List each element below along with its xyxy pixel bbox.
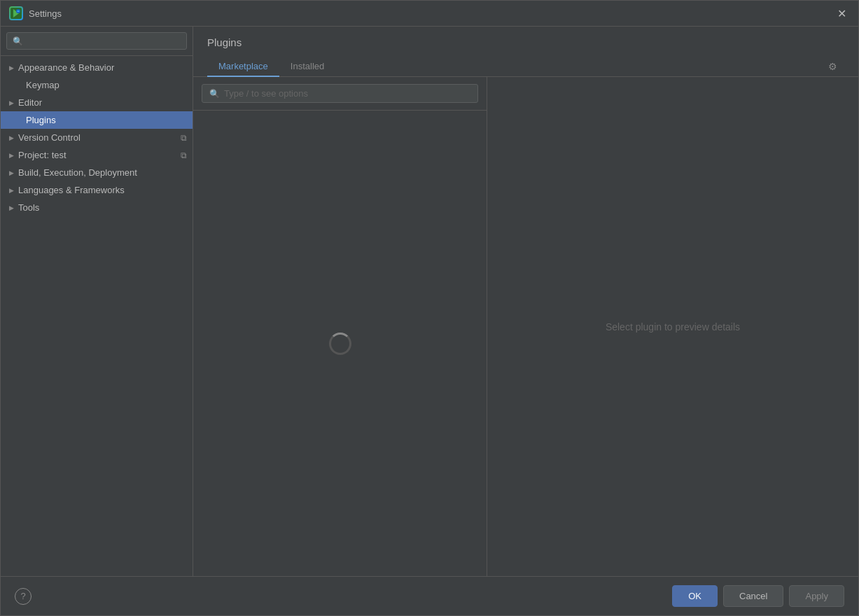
tab-marketplace[interactable]: Marketplace <box>207 57 279 77</box>
title-bar: Settings ✕ <box>1 1 858 27</box>
chevron-right-icon: ▶ <box>9 64 14 71</box>
sidebar: 🔍 ▶ Appearance & Behavior Keymap ▶ Edito… <box>1 27 193 576</box>
gear-icon[interactable]: ⚙ <box>821 57 844 76</box>
sidebar-item-appearance-behavior[interactable]: ▶ Appearance & Behavior <box>1 59 193 76</box>
sidebar-item-version-control[interactable]: ▶ Version Control ⧉ <box>1 129 193 146</box>
sidebar-item-label: Version Control <box>18 132 81 143</box>
sidebar-item-tools[interactable]: ▶ Tools <box>1 199 193 216</box>
sidebar-item-label: Build, Execution, Deployment <box>18 167 137 178</box>
plugins-header: Plugins Marketplace Installed ⚙ <box>193 27 858 77</box>
sidebar-item-label: Plugins <box>26 115 56 125</box>
close-button[interactable]: ✕ <box>833 5 850 22</box>
copy-icon: ⧉ <box>181 133 187 143</box>
bottom-bar: ? OK Cancel Apply <box>1 576 858 615</box>
chevron-right-icon: ▶ <box>9 152 14 159</box>
plugin-search-icon: 🔍 <box>209 89 220 99</box>
plugins-title: Plugins <box>207 36 844 48</box>
tab-bar: Marketplace Installed ⚙ <box>207 57 844 76</box>
chevron-right-icon: ▶ <box>9 169 14 176</box>
sidebar-search-input[interactable] <box>27 36 181 46</box>
copy-icon: ⧉ <box>181 150 187 160</box>
plugin-search-bar: 🔍 <box>193 77 487 111</box>
plugin-list-panel: 🔍 <box>193 77 487 576</box>
sidebar-item-label: Appearance & Behavior <box>18 62 114 73</box>
preview-panel: Select plugin to preview details <box>487 77 858 576</box>
chevron-right-icon: ▶ <box>9 134 14 141</box>
help-button[interactable]: ? <box>15 588 32 605</box>
sidebar-search-wrapper: 🔍 <box>6 32 187 50</box>
sidebar-item-label: Keymap <box>26 80 60 90</box>
chevron-right-icon: ▶ <box>9 187 14 194</box>
right-panel: Plugins Marketplace Installed ⚙ <box>193 27 858 576</box>
tab-installed[interactable]: Installed <box>279 57 335 77</box>
sidebar-item-plugins[interactable]: Plugins <box>1 111 193 129</box>
sidebar-search-bar: 🔍 <box>1 27 193 56</box>
ok-button[interactable]: OK <box>672 585 718 607</box>
sidebar-item-build-execution-deployment[interactable]: ▶ Build, Execution, Deployment <box>1 164 193 181</box>
app-title: Settings <box>29 8 62 19</box>
plugin-search-wrapper: 🔍 <box>202 84 478 103</box>
plugin-content: 🔍 Select plugin to preview details <box>193 77 858 576</box>
title-bar-left: Settings <box>9 6 62 20</box>
sidebar-item-label: Tools <box>18 202 39 213</box>
sidebar-item-label: Languages & Frameworks <box>18 185 125 195</box>
settings-dialog: Settings ✕ 🔍 ▶ Appearance & Behavior Key… <box>0 0 859 616</box>
plugin-search-input[interactable] <box>224 88 470 99</box>
app-icon <box>9 6 23 20</box>
sidebar-item-project-test[interactable]: ▶ Project: test ⧉ <box>1 146 193 164</box>
apply-button[interactable]: Apply <box>789 585 844 607</box>
preview-placeholder-text: Select plugin to preview details <box>606 321 740 332</box>
sidebar-item-label: Project: test <box>18 150 67 160</box>
nav-list: ▶ Appearance & Behavior Keymap ▶ Editor … <box>1 56 193 576</box>
sidebar-item-keymap[interactable]: Keymap <box>1 76 193 94</box>
sidebar-item-editor[interactable]: ▶ Editor <box>1 94 193 111</box>
loading-spinner <box>329 332 351 355</box>
sidebar-search-icon: 🔍 <box>13 36 23 46</box>
sidebar-item-label: Editor <box>18 97 42 108</box>
chevron-right-icon: ▶ <box>9 204 14 211</box>
sidebar-item-languages-frameworks[interactable]: ▶ Languages & Frameworks <box>1 181 193 199</box>
main-content: 🔍 ▶ Appearance & Behavior Keymap ▶ Edito… <box>1 27 858 576</box>
chevron-right-icon: ▶ <box>9 99 14 106</box>
cancel-button[interactable]: Cancel <box>723 585 783 607</box>
plugin-list-content <box>193 111 487 576</box>
action-buttons: OK Cancel Apply <box>672 585 844 607</box>
